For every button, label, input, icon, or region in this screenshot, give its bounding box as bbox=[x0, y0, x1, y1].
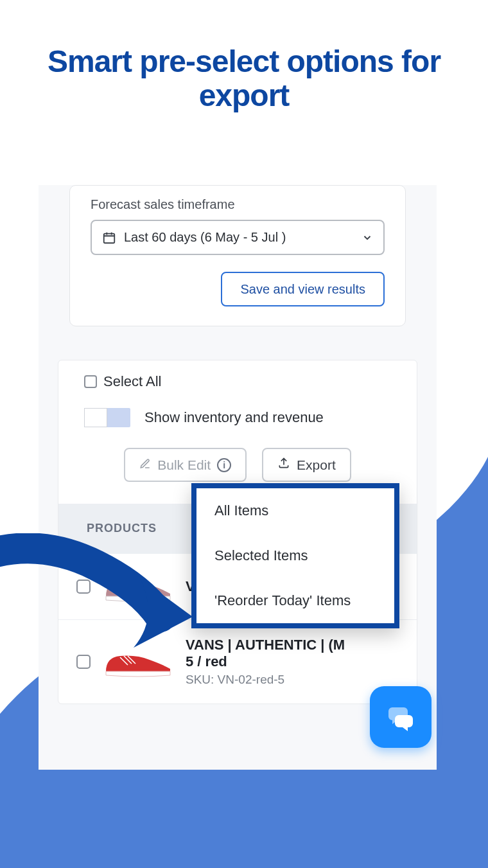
dropdown-item-selected[interactable]: Selected Items bbox=[196, 533, 394, 578]
page-headline: Smart pre-select options for export bbox=[0, 0, 488, 113]
bulk-edit-label: Bulk Edit bbox=[157, 457, 211, 473]
info-icon: i bbox=[217, 458, 231, 472]
svg-rect-0 bbox=[104, 233, 115, 243]
select-all-checkbox[interactable] bbox=[84, 375, 97, 388]
forecast-label: Forecast sales timeframe bbox=[91, 186, 385, 220]
pencil-icon bbox=[139, 457, 151, 473]
dropdown-item-all[interactable]: All Items bbox=[196, 488, 394, 533]
product-sku: SKU: VN-02-red-5 bbox=[186, 673, 399, 687]
action-buttons: Bulk Edit i Export bbox=[58, 439, 417, 482]
export-label: Export bbox=[297, 457, 336, 473]
inventory-revenue-toggle[interactable] bbox=[84, 408, 130, 427]
date-range-text: Last 60 days (6 May - 5 Jul ) bbox=[124, 230, 354, 245]
date-range-select[interactable]: Last 60 days (6 May - 5 Jul ) bbox=[91, 220, 385, 255]
calendar-icon bbox=[102, 231, 116, 245]
forecast-card: Forecast sales timeframe Last 60 days (6… bbox=[69, 185, 406, 326]
product-title: VANS | AUTHENTIC | (M bbox=[186, 637, 399, 653]
callout-arrow bbox=[0, 533, 205, 668]
app-screenshot: Forecast sales timeframe Last 60 days (6… bbox=[39, 185, 437, 770]
chevron-down-icon bbox=[362, 232, 373, 244]
product-variant: 5 / red bbox=[186, 653, 399, 670]
save-view-results-button[interactable]: Save and view results bbox=[221, 272, 385, 306]
select-all-label: Select All bbox=[103, 373, 162, 390]
select-all-row: Select All bbox=[58, 373, 417, 402]
export-icon bbox=[277, 457, 290, 473]
export-dropdown: All Items Selected Items 'Reorder Today'… bbox=[191, 483, 399, 628]
chat-widget-button[interactable] bbox=[370, 686, 431, 748]
bulk-edit-button[interactable]: Bulk Edit i bbox=[124, 448, 247, 482]
export-button[interactable]: Export bbox=[262, 448, 351, 482]
product-info: VANS | AUTHENTIC | (M 5 / red SKU: VN-02… bbox=[186, 637, 399, 687]
toggle-row: Show inventory and revenue bbox=[58, 402, 417, 439]
dropdown-item-reorder[interactable]: 'Reorder Today' Items bbox=[196, 578, 394, 623]
toggle-knob bbox=[84, 408, 107, 427]
toggle-label: Show inventory and revenue bbox=[144, 409, 324, 426]
chat-icon bbox=[385, 701, 417, 733]
